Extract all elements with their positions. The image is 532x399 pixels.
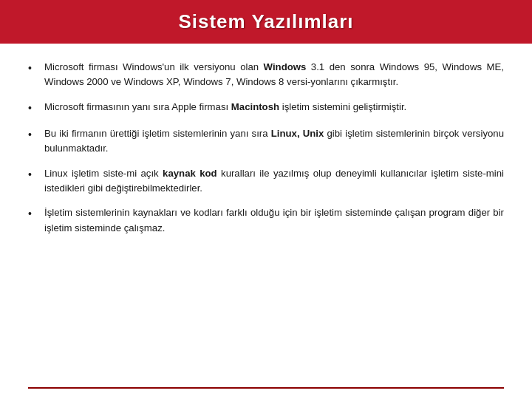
bullet-text-2: Microsoft firmasının yanı sıra Apple fir… [44,100,504,115]
slide-title: Sistem Yazılımları [22,10,510,33]
list-item: •Microsoft firmasının yanı sıra Apple fi… [28,100,504,117]
bullet-text-3: Bu iki firmanın ürettiği işletim sisteml… [44,126,504,157]
bullet-list: •Microsoft firması Windows'un ilk versiy… [28,60,504,245]
bullet-char: • [28,127,40,143]
list-item: •Bu iki firmanın ürettiği işletim sistem… [28,126,504,157]
slide-header: Sistem Yazılımları [0,0,532,44]
slide-content: •Microsoft firması Windows'un ilk versiy… [0,44,532,381]
list-item: •İşletim sistemlerinin kaynakları ve kod… [28,205,504,236]
bullet-char: • [28,167,40,183]
bullet-char: • [28,206,40,222]
slide: Sistem Yazılımları •Microsoft firması Wi… [0,0,532,399]
list-item: •Linux işletim siste-mi açık kaynak kod … [28,166,504,197]
bullet-text-4: Linux işletim siste-mi açık kaynak kod k… [44,166,504,197]
bullet-char: • [28,61,40,77]
list-item: •Microsoft firması Windows'un ilk versiy… [28,60,504,90]
footer-line [28,387,504,389]
bullet-text-1: Microsoft firması Windows'un ilk versiyo… [44,60,504,90]
bullet-text-5: İşletim sistemlerinin kaynakları ve kodl… [44,205,504,236]
bullet-char: • [28,100,40,117]
